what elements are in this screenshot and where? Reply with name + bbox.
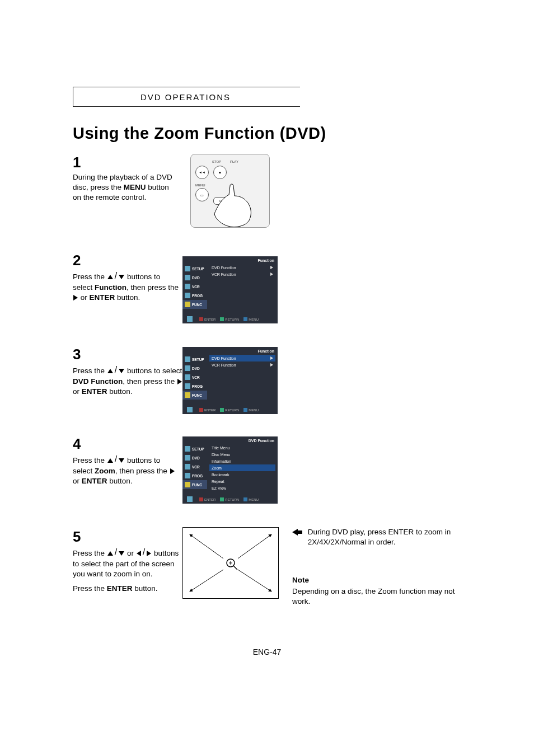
chevron-right-icon: [270, 363, 273, 367]
osd-item-zoom: Zoom: [209, 464, 275, 471]
osd-menu-function-dvd: Function SETUP DVD VCR PROG FUNC DVD Fun…: [182, 347, 278, 414]
remote-stop-button: ■: [213, 166, 227, 179]
right-note-text: During DVD play, press ENTER to zoom in …: [308, 527, 453, 547]
osd-item-bookmark: Bookmark: [209, 471, 275, 478]
right-side-note: During DVD play, press ENTER to zoom in …: [292, 527, 460, 547]
osd-sidebar-vcr: VCR: [182, 282, 207, 291]
hand-pointer-icon: [213, 180, 269, 231]
left-arrow-icon: [137, 551, 141, 556]
manual-page: DVD OPERATIONS Using the Zoom Function (…: [0, 0, 534, 756]
osd-bottom-icon: [187, 316, 193, 322]
up-arrow-icon: [107, 369, 113, 373]
prog-icon: [185, 473, 190, 478]
gear-icon: [185, 266, 190, 271]
prog-icon: [185, 293, 190, 298]
osd-sidebar: SETUP DVD VCR PROG FUNC: [182, 355, 207, 400]
footnote-heading: Note: [292, 575, 471, 585]
remote-rewind-button: ◄◄: [195, 166, 209, 179]
vcr-icon: [185, 464, 190, 469]
remote-control-drawing: STOP PLAY ◄◄ ■ MENU ▭ CH ▲ TRK: [190, 154, 270, 228]
right-arrow-icon: [177, 379, 182, 384]
disc-icon: [185, 365, 190, 371]
down-arrow-icon: [119, 551, 124, 556]
remote-stop-label: STOP: [212, 160, 221, 163]
osd-sidebar-setup: SETUP: [182, 444, 207, 453]
osd-sidebar-dvd: DVD: [182, 453, 207, 462]
up-arrow-icon: [107, 275, 113, 279]
osd-menu-function: Function SETUP DVD VCR PROG FUNC DVD Fun…: [182, 256, 278, 323]
osd-sidebar: SETUP DVD VCR PROG FUNC: [182, 444, 207, 489]
osd-sidebar-func: FUNC: [182, 480, 207, 489]
func-icon: [185, 302, 190, 307]
footnote: Note Depending on a disc, the Zoom funct…: [292, 575, 471, 607]
down-arrow-icon: [119, 458, 124, 463]
step-5-desc: Press the / or / buttons to select the p…: [73, 547, 179, 594]
step-2-illustration-osd: Function SETUP DVD VCR PROG FUNC DVD Fun…: [182, 256, 278, 323]
step-2-desc: Press the / buttons to select Function, …: [73, 270, 179, 303]
osd-menu-dvd-function: DVD Function SETUP DVD VCR PROG FUNC Tit…: [182, 436, 278, 504]
osd-item-dvd-function: DVD Function: [209, 264, 275, 271]
remote-menu-label: MENU: [195, 184, 205, 187]
osd-bottom-icon: [187, 496, 193, 502]
red-dot-icon: [199, 497, 203, 501]
svg-line-0: [190, 534, 223, 558]
svg-line-2: [190, 570, 223, 591]
red-dot-icon: [199, 408, 203, 412]
footnote-body: Depending on a disc, the Zoom function m…: [292, 587, 455, 605]
chevron-right-icon: [270, 273, 273, 276]
osd-sidebar-prog: PROG: [182, 291, 207, 300]
osd-footer: ENTER RETURN MENU: [199, 497, 275, 501]
func-icon: [185, 392, 190, 398]
osd-sidebar: SETUP DVD VCR PROG FUNC: [182, 264, 207, 309]
osd-footer: ENTER RETURN MENU: [199, 317, 275, 321]
right-arrow-icon: [73, 295, 78, 300]
blue-dot-icon: [243, 317, 247, 321]
osd-item-title-menu: Title Menu: [209, 444, 275, 451]
osd-sidebar-func: FUNC: [182, 391, 207, 400]
svg-line-3: [238, 570, 271, 591]
osd-item-vcr-function: VCR Function: [209, 361, 275, 368]
osd-item-information: Information: [209, 458, 275, 464]
chevron-right-icon: [270, 266, 273, 269]
osd-bottom-icon: [187, 407, 193, 412]
step-5-illustration-zoom: [182, 527, 279, 599]
green-dot-icon: [220, 317, 224, 321]
down-arrow-icon: [119, 369, 124, 373]
osd-sidebar-func: FUNC: [182, 300, 207, 309]
right-arrow-icon: [147, 551, 151, 556]
red-dot-icon: [199, 317, 203, 321]
page-title: Using the Zoom Function (DVD): [73, 124, 326, 143]
section-header-text: DVD OPERATIONS: [140, 92, 231, 102]
blue-dot-icon: [243, 497, 247, 501]
disc-icon: [185, 275, 190, 280]
down-arrow-icon: [119, 275, 124, 279]
left-pointer-icon: [292, 528, 302, 538]
osd-sidebar-setup: SETUP: [182, 264, 207, 273]
vcr-icon: [185, 374, 190, 380]
section-header: DVD OPERATIONS: [73, 87, 300, 107]
step-3-desc: Press the / buttons to select DVD Functi…: [73, 364, 185, 397]
osd-sidebar-dvd: DVD: [182, 364, 207, 373]
osd-item-repeat: Repeat: [209, 478, 275, 485]
osd-title: DVD Function: [249, 439, 274, 443]
osd-title: Function: [257, 349, 274, 353]
osd-item-ezview: EZ View: [209, 485, 275, 491]
svg-line-5: [233, 566, 237, 570]
remote-play-label: PLAY: [230, 160, 238, 163]
osd-footer: ENTER RETURN MENU: [199, 408, 275, 412]
osd-sidebar-prog: PROG: [182, 471, 207, 480]
page-number: ENG-47: [0, 647, 534, 656]
up-arrow-icon: [107, 551, 113, 556]
step-3-illustration-osd: Function SETUP DVD VCR PROG FUNC DVD Fun…: [182, 347, 278, 414]
prog-icon: [185, 383, 190, 389]
svg-line-1: [238, 534, 271, 558]
osd-main-list: Title Menu Disc Menu Information Zoom Bo…: [209, 444, 275, 491]
remote-menu-button: ▭: [195, 188, 209, 201]
right-arrow-icon: [170, 468, 175, 474]
up-arrow-icon: [107, 458, 113, 463]
osd-title: Function: [257, 259, 274, 262]
blue-dot-icon: [243, 408, 247, 412]
step-1-desc: During the playback of a DVD disc, press…: [73, 172, 179, 203]
disc-icon: [185, 455, 190, 461]
osd-sidebar-prog: PROG: [182, 382, 207, 391]
